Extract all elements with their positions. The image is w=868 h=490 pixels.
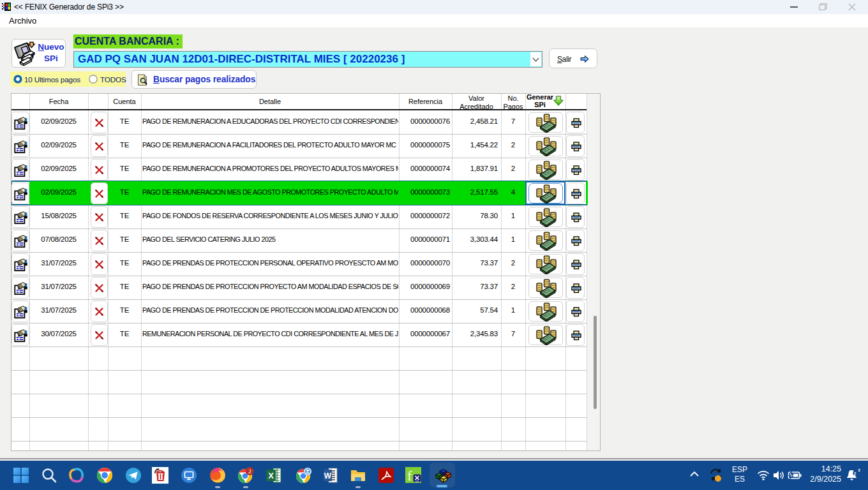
svg-text:z: z	[858, 468, 861, 472]
svg-text:X: X	[268, 471, 274, 480]
svg-text:J: J	[248, 468, 251, 475]
svg-text:W: W	[324, 471, 332, 480]
svg-text:f: f	[407, 468, 412, 484]
svg-text:sis: sis	[415, 479, 419, 483]
